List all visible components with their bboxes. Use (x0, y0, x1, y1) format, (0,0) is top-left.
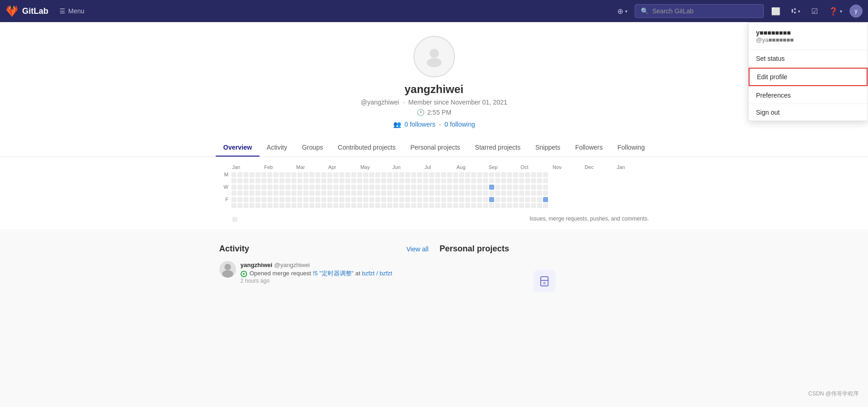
calendar-cell (483, 203, 488, 208)
edit-profile-menu-item[interactable]: Edit profile (749, 68, 868, 86)
calendar-cell (543, 178, 548, 183)
calendar-cell (531, 178, 536, 183)
calendar-cell (399, 172, 404, 177)
tab-overview[interactable]: Overview (216, 139, 259, 157)
calendar-cell (273, 172, 278, 177)
tab-groups[interactable]: Groups (295, 139, 331, 157)
preferences-menu-item[interactable]: Preferences (749, 87, 868, 104)
calendar-cell (315, 203, 320, 208)
personal-projects-header: Personal projects (440, 244, 649, 254)
calendar-cell (393, 191, 398, 196)
calendar-cell (405, 178, 410, 183)
activity-section: Activity View all yangzhiwei @yangzhiwei (219, 244, 429, 305)
calendar-cell (411, 172, 416, 177)
calendar-cell (417, 185, 422, 190)
calendar-cell (453, 203, 458, 208)
calendar-cell (237, 191, 242, 196)
calendar-cell (441, 197, 446, 202)
calendar-cell (333, 185, 338, 190)
calendar-cell (513, 178, 518, 183)
repo-link[interactable]: bzfzt / bzfzt (362, 270, 392, 277)
content-grid: Activity View all yangzhiwei @yangzhiwei (208, 237, 660, 313)
merge-requests-button[interactable]: ⑆ ▾ (788, 4, 804, 18)
tab-contributed-projects[interactable]: Contributed projects (331, 139, 403, 157)
user-avatar-button[interactable]: y (850, 5, 862, 17)
calendar-cell (279, 203, 284, 208)
calendar-cell (477, 197, 482, 202)
calendar-cell (339, 178, 344, 183)
calendar-cell (405, 203, 410, 208)
activity-section-header: Activity View all (219, 244, 429, 254)
calendar-cell (387, 191, 392, 196)
user-dropdown-menu: y■■■■■■■■ @ya■■■■■■■ Set status Edit pro… (748, 22, 868, 121)
calendar-cell (531, 191, 536, 196)
tab-following[interactable]: Following (610, 139, 652, 157)
calendar-day-label: F (219, 197, 229, 202)
new-item-button[interactable]: ⊕ ▾ (614, 4, 631, 18)
calendar-cell (351, 172, 356, 177)
calendar-cell (483, 178, 488, 183)
calendar-cell (291, 185, 296, 190)
calendar-cell (363, 172, 368, 177)
calendar-cell (243, 185, 248, 190)
calendar-cell (321, 178, 326, 183)
calendar-cell (375, 185, 380, 190)
calendar-cell (279, 178, 284, 183)
calendar-cell (543, 203, 548, 208)
calendar-cell (333, 191, 338, 196)
view-all-link[interactable]: View all (407, 245, 429, 253)
calendar-cell (315, 185, 320, 190)
calendar-cell (453, 172, 458, 177)
calendar-cell (303, 178, 308, 183)
tab-activity[interactable]: Activity (260, 139, 295, 157)
tab-starred-projects[interactable]: Starred projects (467, 139, 528, 157)
calendar-cell (297, 172, 302, 177)
avatar-placeholder-icon (423, 45, 446, 68)
set-status-menu-item[interactable]: Set status (749, 50, 868, 67)
calendar-cell (393, 185, 398, 190)
legend-cell-4 (260, 217, 265, 222)
dropdown-user-handle: @ya■■■■■■■ (756, 36, 860, 43)
dropdown-chevron-icon: ▾ (625, 9, 627, 14)
calendar-cell (429, 191, 434, 196)
activity-title: Activity (219, 244, 249, 254)
calendar-cell (381, 185, 386, 190)
followers-icon: 👥 (393, 121, 401, 128)
tab-snippets[interactable]: Snippets (528, 139, 567, 157)
activity-handle: @yangzhiwei (274, 262, 310, 268)
calendar-cell (519, 191, 524, 196)
calendar-cell (303, 191, 308, 196)
watermark: CSDN @伟哥学程序 (808, 390, 859, 398)
mr-link[interactable]: !5 "定时器调整" (313, 270, 354, 277)
calendar-cell (447, 185, 452, 190)
calendar-legend (232, 217, 265, 222)
menu-button[interactable]: ☰ Menu (56, 5, 88, 17)
calendar-cell (471, 185, 476, 190)
calendar-cell (447, 191, 452, 196)
calendar-cell (495, 178, 500, 183)
help-button[interactable]: ❓ ▾ (825, 4, 846, 18)
calendar-cell (441, 191, 446, 196)
tab-personal-projects[interactable]: Personal projects (403, 139, 467, 157)
todos-button[interactable]: ☑ (808, 4, 821, 18)
followers-link[interactable]: 0 followers (405, 121, 436, 128)
calendar-cell (447, 172, 452, 177)
calendar-cell (249, 185, 254, 190)
bookmark-icon (538, 275, 551, 288)
calendar-cell (453, 178, 458, 183)
following-link[interactable]: 0 following (444, 121, 475, 128)
calendar-cell (381, 203, 386, 208)
search-box[interactable]: 🔍 (635, 4, 764, 18)
sign-out-menu-item[interactable]: Sign out (749, 104, 868, 121)
calendar-row (219, 191, 649, 196)
search-input[interactable] (652, 7, 758, 15)
calendar-cell (465, 185, 470, 190)
tab-followers[interactable]: Followers (568, 139, 610, 157)
snippet-button[interactable]: ⬜ (768, 4, 784, 18)
calendar-day-label: W (219, 184, 229, 190)
calendar-cell (309, 191, 314, 196)
gitlab-logo-icon (6, 5, 18, 17)
merge-status-icon (241, 270, 250, 277)
calendar-cell (459, 203, 464, 208)
calendar-cell (255, 178, 260, 183)
